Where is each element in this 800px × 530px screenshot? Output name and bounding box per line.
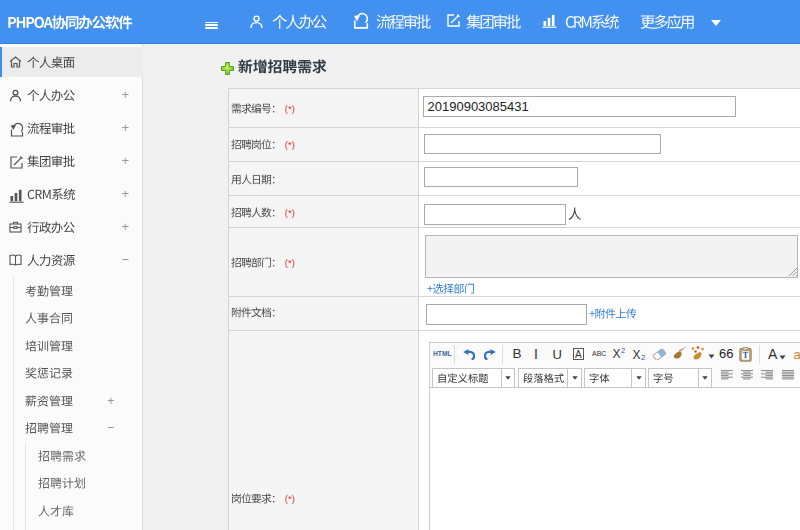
- svg-text:T: T: [743, 351, 749, 360]
